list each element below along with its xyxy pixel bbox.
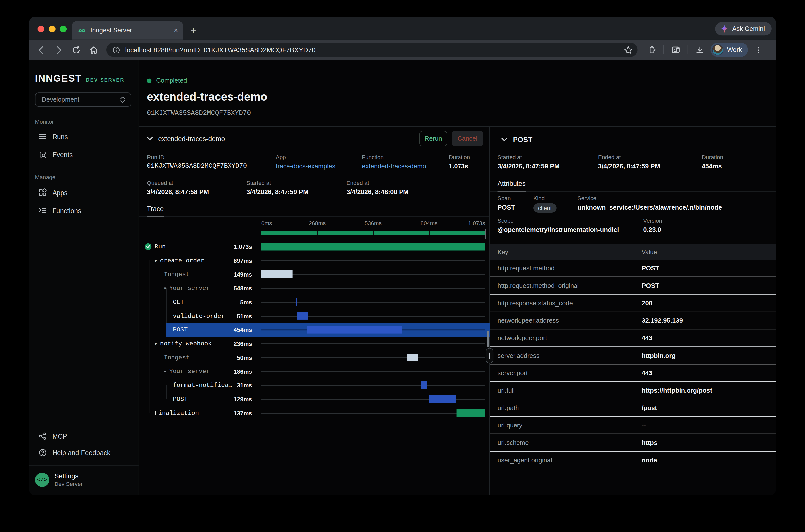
trace-minimap[interactable] bbox=[261, 231, 485, 235]
panel-resize-handle[interactable] bbox=[486, 348, 493, 363]
attribute-value: POST bbox=[642, 282, 775, 289]
profile-chip[interactable]: Work bbox=[711, 42, 748, 57]
span-duration: 236ms bbox=[234, 340, 261, 347]
search-tabs-icon[interactable] bbox=[667, 45, 684, 55]
ask-gemini-button[interactable]: Ask Gemini bbox=[715, 22, 772, 36]
span-duration: 548ms bbox=[234, 285, 261, 291]
trace-row-post[interactable]: POST454ms bbox=[139, 323, 490, 337]
zoom-window-button[interactable] bbox=[60, 26, 67, 32]
forward-button[interactable] bbox=[50, 45, 67, 54]
span-name: Inngest bbox=[164, 271, 190, 278]
span-bar[interactable] bbox=[456, 409, 485, 417]
new-tab-button[interactable]: + bbox=[190, 25, 196, 35]
trace-panel: extended-traces-demo Rerun Cancel Run ID… bbox=[139, 127, 490, 495]
span-duration: 697ms bbox=[234, 257, 261, 264]
home-button[interactable] bbox=[85, 45, 102, 54]
attribute-row: user_agent.originalnode bbox=[490, 452, 776, 469]
sidebar-item-mcp[interactable]: MCP bbox=[30, 428, 139, 444]
span-bar[interactable] bbox=[429, 395, 456, 403]
trace-row-inngest[interactable]: Inngest149ms bbox=[139, 267, 490, 281]
trace-row-validate-order[interactable]: validate-order51ms bbox=[139, 309, 490, 323]
span-bar[interactable] bbox=[297, 312, 308, 320]
attribute-value: 200 bbox=[642, 299, 775, 307]
attribute-key: user_agent.original bbox=[490, 457, 642, 464]
tab-divider bbox=[490, 191, 776, 192]
trace-row-your-server[interactable]: ▾Your server186ms bbox=[139, 364, 490, 378]
trace-row-post[interactable]: POST129ms bbox=[139, 392, 490, 406]
trace-row-format-notifica-[interactable]: format-notifica…31ms bbox=[139, 378, 490, 392]
collapse-chevron-icon[interactable] bbox=[501, 138, 507, 142]
bookmark-star-icon[interactable] bbox=[624, 45, 633, 54]
row-caret-icon[interactable]: ▾ bbox=[164, 369, 166, 374]
cancel-button[interactable]: Cancel bbox=[452, 131, 483, 146]
sidebar-item-runs[interactable]: Runs bbox=[35, 130, 133, 143]
minimize-window-button[interactable] bbox=[49, 26, 56, 32]
trace-row-your-server[interactable]: ▾Your server548ms bbox=[139, 281, 490, 295]
sidebar-item-help[interactable]: Help and Feedback bbox=[30, 444, 139, 461]
window-controls[interactable] bbox=[38, 26, 67, 32]
menu-dots-icon[interactable] bbox=[750, 46, 767, 54]
settings-subtitle: Dev Server bbox=[55, 481, 83, 487]
span-bar[interactable] bbox=[296, 298, 297, 306]
span-bar[interactable] bbox=[261, 270, 293, 278]
row-caret-icon[interactable]: ▾ bbox=[154, 258, 157, 263]
sidebar-item-events[interactable]: Events bbox=[35, 148, 133, 161]
span-bar[interactable] bbox=[261, 243, 485, 251]
field-run-id: Run ID 01KJXTWA35SA8D2MCQF7BXYD70 bbox=[147, 154, 247, 170]
address-bar[interactable]: localhost:8288/run?runID=01KJXTWA35SA8D2… bbox=[106, 42, 638, 57]
gemini-star-icon bbox=[720, 25, 729, 33]
value-header: Value bbox=[642, 248, 775, 255]
close-window-button[interactable] bbox=[38, 26, 44, 32]
site-info-icon[interactable] bbox=[113, 46, 120, 54]
dev-server-badge: DEV SERVER bbox=[86, 77, 125, 82]
scrollbar-thumb[interactable] bbox=[487, 331, 489, 347]
span-bar[interactable] bbox=[307, 326, 402, 334]
trace-row-finalization[interactable]: Finalization137ms bbox=[139, 406, 490, 420]
trace-row-run[interactable]: Run1.073s bbox=[139, 240, 490, 253]
attribute-value: node bbox=[642, 457, 775, 464]
tab-trace[interactable]: Trace bbox=[147, 205, 164, 217]
runs-icon bbox=[39, 132, 47, 140]
trace-row-notify-webhook[interactable]: ▾notify-webhook236ms bbox=[139, 337, 490, 350]
sidebar-item-apps[interactable]: Apps bbox=[35, 186, 133, 199]
downloads-icon[interactable] bbox=[691, 45, 708, 54]
attribute-key: server.port bbox=[490, 369, 642, 377]
extensions-icon[interactable] bbox=[643, 45, 660, 54]
sidebar-item-functions[interactable]: Functions bbox=[35, 204, 133, 217]
browser-tab[interactable]: Inngest Server × bbox=[72, 21, 184, 40]
field-started-at: Started at 3/4/2026, 8:47:59 PM bbox=[246, 180, 308, 195]
kind-badge: client bbox=[533, 203, 557, 212]
row-guide-line bbox=[261, 343, 485, 344]
attribute-row: network.peer.address32.192.95.139 bbox=[490, 312, 776, 329]
trace-rows: Run1.073s▾create-order697msInngest149ms▾… bbox=[139, 240, 490, 420]
trace-row-inngest[interactable]: Inngest50ms bbox=[139, 350, 490, 364]
span-name: Your server bbox=[169, 368, 210, 375]
row-caret-icon[interactable]: ▾ bbox=[164, 286, 166, 291]
attribute-value: 443 bbox=[642, 335, 775, 342]
span-name: Finalization bbox=[154, 409, 199, 417]
function-link[interactable]: extended-traces-demo bbox=[362, 163, 426, 170]
attribute-key: url.query bbox=[490, 421, 642, 429]
rerun-button[interactable]: Rerun bbox=[419, 131, 447, 146]
environment-select[interactable]: Development bbox=[35, 92, 131, 107]
trace-row-get[interactable]: GET5ms bbox=[139, 295, 490, 309]
span-name: POST bbox=[173, 326, 188, 334]
span-bar[interactable] bbox=[407, 354, 418, 361]
row-caret-icon[interactable]: ▾ bbox=[154, 341, 157, 346]
tab-attributes[interactable]: Attributes bbox=[498, 180, 526, 192]
back-button[interactable] bbox=[32, 45, 50, 54]
attribute-row: url.query-- bbox=[490, 417, 776, 434]
run-status: Completed bbox=[147, 77, 187, 84]
attribute-row: http.response.status_code200 bbox=[490, 294, 776, 312]
tab-close-icon[interactable]: × bbox=[174, 26, 178, 34]
settings-item[interactable]: </> Settings Dev Server bbox=[30, 466, 139, 495]
span-name: create-order bbox=[160, 257, 204, 264]
status-dot-icon bbox=[147, 78, 152, 83]
reload-button[interactable] bbox=[67, 45, 85, 54]
span-name: validate-order bbox=[173, 312, 225, 320]
collapse-chevron-icon[interactable] bbox=[147, 137, 153, 141]
span-bar[interactable] bbox=[421, 381, 427, 389]
mcp-label: MCP bbox=[52, 433, 67, 440]
trace-row-create-order[interactable]: ▾create-order697ms bbox=[139, 253, 490, 267]
app-link[interactable]: trace-docs-examples bbox=[276, 163, 335, 170]
